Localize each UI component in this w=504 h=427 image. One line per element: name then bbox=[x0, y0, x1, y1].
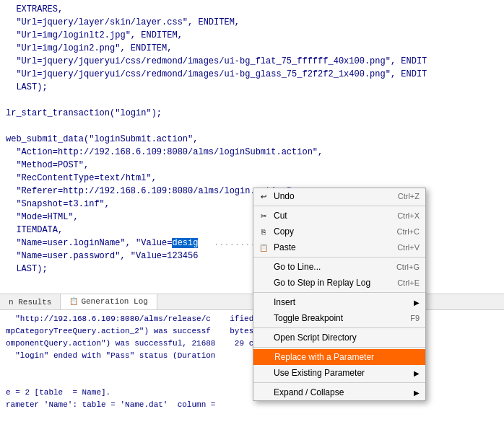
menu-item-expand-collapse[interactable]: Expand / Collapse ▶ bbox=[253, 384, 425, 400]
tab-results[interactable]: n Results bbox=[0, 294, 61, 309]
code-line: EXTRARES, bbox=[6, 3, 498, 16]
menu-item-goto-line-shortcut: Ctrl+G bbox=[396, 263, 420, 271]
menu-item-undo-label: Undo bbox=[274, 191, 383, 201]
code-line bbox=[6, 120, 498, 133]
tab-results-label: n Results bbox=[9, 298, 51, 307]
menu-item-open-script-dir-label: Open Script Directory bbox=[274, 333, 420, 343]
menu-item-open-script-dir[interactable]: Open Script Directory bbox=[253, 330, 425, 345]
code-content: EXTRARES, "Url=jquery/layer/skin/layer.c… bbox=[0, 0, 504, 281]
context-menu: ↩ Undo Ctrl+Z ✂ Cut Ctrl+X ⎘ Copy Ctrl+C… bbox=[253, 188, 426, 401]
menu-separator-2 bbox=[253, 257, 425, 257]
code-line bbox=[6, 94, 498, 107]
tab-generation-log[interactable]: 📋 Generation Log bbox=[61, 294, 157, 309]
undo-icon: ↩ bbox=[258, 190, 269, 202]
code-line: "Url=img/login2.png", ENDITEM, bbox=[6, 42, 498, 55]
bottom-panel: n Results 📋 Generation Log "http://192.1… bbox=[0, 294, 504, 427]
code-line: web_submit_data("loginSubmit.action", bbox=[6, 133, 498, 146]
menu-item-replace-param-label: Replace with a Parameter bbox=[274, 352, 419, 362]
menu-separator-6 bbox=[253, 382, 425, 383]
menu-separator-4 bbox=[253, 327, 425, 328]
menu-item-copy-shortcut: Ctrl+C bbox=[397, 227, 420, 236]
menu-item-copy[interactable]: ⎘ Copy Ctrl+C bbox=[253, 224, 425, 239]
use-existing-submenu-arrow: ▶ bbox=[414, 369, 420, 377]
menu-item-insert[interactable]: Insert ▶ bbox=[253, 294, 425, 310]
menu-item-copy-label: Copy bbox=[274, 226, 383, 237]
open-dir-icon bbox=[258, 332, 269, 343]
menu-item-goto-step-label: Go to Step in Replay Log bbox=[274, 278, 383, 288]
menu-item-goto-step[interactable]: Go to Step in Replay Log Ctrl+E bbox=[253, 275, 425, 291]
code-line: "Url=jquery/layer/skin/layer.css", ENDIT… bbox=[6, 16, 498, 29]
menu-separator-3 bbox=[253, 292, 425, 293]
code-line: lr_start_transaction("login"); bbox=[6, 107, 498, 120]
menu-item-insert-label: Insert bbox=[274, 297, 414, 307]
code-editor: EXTRARES, "Url=jquery/layer/skin/layer.c… bbox=[0, 0, 504, 427]
paste-icon: 📋 bbox=[258, 242, 269, 253]
expand-collapse-submenu-arrow: ▶ bbox=[414, 389, 420, 397]
copy-icon: ⎘ bbox=[258, 226, 269, 237]
bottom-log-content: "http://192.168.6.109:8080/alms/release/… bbox=[0, 310, 504, 427]
menu-item-use-existing-label: Use Existing Parameter bbox=[274, 368, 414, 378]
expand-collapse-icon bbox=[258, 387, 269, 398]
menu-item-replace-param[interactable]: Replace with a Parameter bbox=[253, 349, 425, 365]
code-line: "Url=jquery/jqueryui/css/redmond/images/… bbox=[6, 55, 498, 68]
menu-item-paste-shortcut: Ctrl+V bbox=[397, 243, 420, 252]
menu-item-toggle-breakpoint[interactable]: Toggle Breakpoint F9 bbox=[253, 310, 425, 326]
breakpoint-icon bbox=[258, 312, 269, 324]
replace-param-icon bbox=[258, 351, 270, 363]
insert-submenu-arrow: ▶ bbox=[414, 299, 420, 307]
goto-line-icon bbox=[258, 261, 269, 273]
code-line: "Action=http://192.168.6.109:8080/alms/l… bbox=[6, 146, 498, 159]
code-line: "Method=POST", bbox=[6, 159, 498, 172]
menu-item-use-existing[interactable]: Use Existing Parameter ▶ bbox=[253, 365, 425, 381]
code-line: "Url=jquery/jqueryui/css/redmond/images/… bbox=[6, 68, 498, 81]
menu-item-goto-line[interactable]: Go to Line... Ctrl+G bbox=[253, 259, 425, 275]
menu-item-cut[interactable]: ✂ Cut Ctrl+X bbox=[253, 208, 425, 224]
menu-item-goto-step-shortcut: Ctrl+E bbox=[397, 278, 420, 287]
menu-separator-5 bbox=[253, 347, 425, 348]
menu-item-paste[interactable]: 📋 Paste Ctrl+V bbox=[253, 239, 425, 255]
code-line: "Url=img/loginlt2.jpg", ENDITEM, bbox=[6, 29, 498, 42]
menu-item-toggle-breakpoint-label: Toggle Breakpoint bbox=[274, 313, 396, 323]
menu-item-toggle-breakpoint-shortcut: F9 bbox=[410, 314, 420, 322]
menu-item-goto-line-label: Go to Line... bbox=[274, 262, 382, 272]
menu-item-undo[interactable]: ↩ Undo Ctrl+Z bbox=[253, 188, 425, 204]
menu-item-cut-label: Cut bbox=[274, 211, 383, 221]
tab-generation-log-label: Generation Log bbox=[81, 297, 147, 306]
code-line: LAST); bbox=[6, 81, 498, 94]
menu-item-paste-label: Paste bbox=[274, 242, 383, 252]
tab-icon: 📋 bbox=[69, 297, 78, 306]
cut-icon: ✂ bbox=[258, 210, 269, 221]
tab-bar: n Results 📋 Generation Log bbox=[0, 294, 504, 310]
use-existing-icon bbox=[258, 367, 269, 379]
menu-item-undo-shortcut: Ctrl+Z bbox=[398, 192, 420, 201]
menu-separator-1 bbox=[253, 206, 425, 206]
goto-step-icon bbox=[258, 277, 269, 289]
code-line: "RecContentType=text/html", bbox=[6, 172, 498, 185]
menu-item-cut-shortcut: Ctrl+X bbox=[397, 211, 420, 220]
insert-icon bbox=[258, 296, 269, 308]
menu-item-expand-collapse-label: Expand / Collapse bbox=[274, 387, 414, 397]
